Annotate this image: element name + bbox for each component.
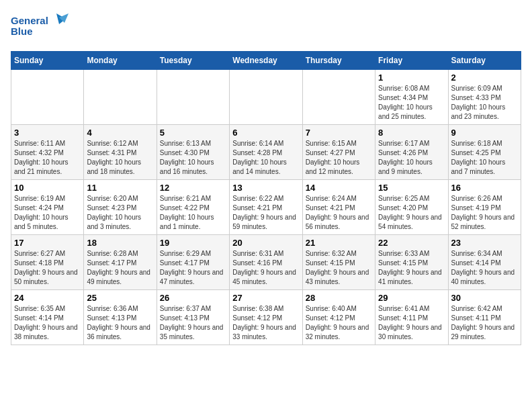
calendar-cell: 9Sunrise: 6:18 AM Sunset: 4:25 PM Daylig… xyxy=(448,125,521,180)
calendar-cell: 25Sunrise: 6:36 AM Sunset: 4:13 PM Dayli… xyxy=(84,290,157,345)
day-number: 26 xyxy=(160,293,226,303)
day-info: Sunrise: 6:32 AM Sunset: 4:15 PM Dayligh… xyxy=(306,249,372,287)
logo-svg: General Blue xyxy=(11,11,71,43)
calendar-cell xyxy=(157,70,229,125)
day-info: Sunrise: 6:11 AM Sunset: 4:32 PM Dayligh… xyxy=(14,139,81,177)
day-info: Sunrise: 6:17 AM Sunset: 4:26 PM Dayligh… xyxy=(378,139,445,177)
day-info: Sunrise: 6:33 AM Sunset: 4:15 PM Dayligh… xyxy=(378,249,445,287)
calendar-table: SundayMondayTuesdayWednesdayThursdayFrid… xyxy=(11,51,521,345)
calendar-cell: 10Sunrise: 6:19 AM Sunset: 4:24 PM Dayli… xyxy=(11,180,84,235)
weekday-header: Tuesday xyxy=(157,52,229,70)
calendar-cell: 6Sunrise: 6:14 AM Sunset: 4:28 PM Daylig… xyxy=(230,125,302,180)
day-info: Sunrise: 6:14 AM Sunset: 4:28 PM Dayligh… xyxy=(232,139,299,177)
day-number: 21 xyxy=(306,238,372,248)
weekday-header: Sunday xyxy=(11,52,84,70)
day-number: 2 xyxy=(451,73,518,83)
calendar-cell: 11Sunrise: 6:20 AM Sunset: 4:23 PM Dayli… xyxy=(84,180,157,235)
day-info: Sunrise: 6:34 AM Sunset: 4:14 PM Dayligh… xyxy=(451,249,518,287)
calendar-cell: 23Sunrise: 6:34 AM Sunset: 4:14 PM Dayli… xyxy=(448,235,521,290)
day-info: Sunrise: 6:36 AM Sunset: 4:13 PM Dayligh… xyxy=(87,304,153,342)
header: General Blue xyxy=(11,11,521,43)
day-info: Sunrise: 6:26 AM Sunset: 4:19 PM Dayligh… xyxy=(451,194,518,232)
calendar-cell: 5Sunrise: 6:13 AM Sunset: 4:30 PM Daylig… xyxy=(157,125,229,180)
calendar-cell: 7Sunrise: 6:15 AM Sunset: 4:27 PM Daylig… xyxy=(302,125,375,180)
day-number: 1 xyxy=(378,73,445,83)
svg-text:General: General xyxy=(11,15,48,26)
weekday-header: Wednesday xyxy=(230,52,302,70)
day-info: Sunrise: 6:21 AM Sunset: 4:22 PM Dayligh… xyxy=(160,194,226,232)
calendar-cell: 3Sunrise: 6:11 AM Sunset: 4:32 PM Daylig… xyxy=(11,125,84,180)
day-info: Sunrise: 6:20 AM Sunset: 4:23 PM Dayligh… xyxy=(87,194,153,232)
day-info: Sunrise: 6:37 AM Sunset: 4:13 PM Dayligh… xyxy=(160,304,226,342)
day-info: Sunrise: 6:41 AM Sunset: 4:11 PM Dayligh… xyxy=(378,304,445,342)
calendar-cell: 13Sunrise: 6:22 AM Sunset: 4:21 PM Dayli… xyxy=(230,180,302,235)
weekday-header: Saturday xyxy=(448,52,521,70)
calendar-cell: 24Sunrise: 6:35 AM Sunset: 4:14 PM Dayli… xyxy=(11,290,84,345)
calendar-cell: 27Sunrise: 6:38 AM Sunset: 4:12 PM Dayli… xyxy=(230,290,302,345)
day-number: 6 xyxy=(232,128,299,138)
day-info: Sunrise: 6:19 AM Sunset: 4:24 PM Dayligh… xyxy=(14,194,81,232)
day-info: Sunrise: 6:24 AM Sunset: 4:21 PM Dayligh… xyxy=(306,194,372,232)
day-number: 10 xyxy=(14,183,81,193)
day-info: Sunrise: 6:12 AM Sunset: 4:31 PM Dayligh… xyxy=(87,139,153,177)
day-number: 28 xyxy=(306,293,372,303)
day-info: Sunrise: 6:31 AM Sunset: 4:16 PM Dayligh… xyxy=(232,249,299,287)
calendar-cell: 30Sunrise: 6:42 AM Sunset: 4:11 PM Dayli… xyxy=(448,290,521,345)
day-info: Sunrise: 6:38 AM Sunset: 4:12 PM Dayligh… xyxy=(232,304,299,342)
calendar-cell: 15Sunrise: 6:25 AM Sunset: 4:20 PM Dayli… xyxy=(375,180,448,235)
day-number: 25 xyxy=(87,293,153,303)
weekday-header: Friday xyxy=(375,52,448,70)
day-info: Sunrise: 6:08 AM Sunset: 4:34 PM Dayligh… xyxy=(378,84,445,122)
calendar-cell: 2Sunrise: 6:09 AM Sunset: 4:33 PM Daylig… xyxy=(448,70,521,125)
day-info: Sunrise: 6:25 AM Sunset: 4:20 PM Dayligh… xyxy=(378,194,445,232)
calendar-cell: 18Sunrise: 6:28 AM Sunset: 4:17 PM Dayli… xyxy=(84,235,157,290)
day-number: 14 xyxy=(306,183,372,193)
calendar-week-row: 10Sunrise: 6:19 AM Sunset: 4:24 PM Dayli… xyxy=(11,180,521,235)
calendar-cell xyxy=(84,70,157,125)
day-info: Sunrise: 6:09 AM Sunset: 4:33 PM Dayligh… xyxy=(451,84,518,122)
day-info: Sunrise: 6:13 AM Sunset: 4:30 PM Dayligh… xyxy=(160,139,226,177)
day-number: 30 xyxy=(451,293,518,303)
calendar-cell: 14Sunrise: 6:24 AM Sunset: 4:21 PM Dayli… xyxy=(302,180,375,235)
calendar-cell: 22Sunrise: 6:33 AM Sunset: 4:15 PM Dayli… xyxy=(375,235,448,290)
calendar-cell: 20Sunrise: 6:31 AM Sunset: 4:16 PM Dayli… xyxy=(230,235,302,290)
day-number: 20 xyxy=(232,238,299,248)
weekday-header: Monday xyxy=(84,52,157,70)
day-number: 5 xyxy=(160,128,226,138)
calendar-cell xyxy=(11,70,84,125)
day-number: 16 xyxy=(451,183,518,193)
day-info: Sunrise: 6:40 AM Sunset: 4:12 PM Dayligh… xyxy=(306,304,372,342)
calendar-cell xyxy=(302,70,375,125)
day-number: 17 xyxy=(14,238,81,248)
day-info: Sunrise: 6:22 AM Sunset: 4:21 PM Dayligh… xyxy=(232,194,299,232)
day-info: Sunrise: 6:28 AM Sunset: 4:17 PM Dayligh… xyxy=(87,249,153,287)
calendar-cell: 28Sunrise: 6:40 AM Sunset: 4:12 PM Dayli… xyxy=(302,290,375,345)
day-number: 29 xyxy=(378,293,445,303)
weekday-header-row: SundayMondayTuesdayWednesdayThursdayFrid… xyxy=(11,52,521,70)
day-info: Sunrise: 6:42 AM Sunset: 4:11 PM Dayligh… xyxy=(451,304,518,342)
calendar-cell: 29Sunrise: 6:41 AM Sunset: 4:11 PM Dayli… xyxy=(375,290,448,345)
calendar-week-row: 3Sunrise: 6:11 AM Sunset: 4:32 PM Daylig… xyxy=(11,125,521,180)
calendar-week-row: 17Sunrise: 6:27 AM Sunset: 4:18 PM Dayli… xyxy=(11,235,521,290)
day-info: Sunrise: 6:15 AM Sunset: 4:27 PM Dayligh… xyxy=(306,139,372,177)
logo: General Blue xyxy=(11,11,71,43)
day-number: 11 xyxy=(87,183,153,193)
calendar-cell: 17Sunrise: 6:27 AM Sunset: 4:18 PM Dayli… xyxy=(11,235,84,290)
day-number: 9 xyxy=(451,128,518,138)
calendar-cell: 19Sunrise: 6:29 AM Sunset: 4:17 PM Dayli… xyxy=(157,235,229,290)
day-number: 22 xyxy=(378,238,445,248)
day-number: 19 xyxy=(160,238,226,248)
calendar-cell: 21Sunrise: 6:32 AM Sunset: 4:15 PM Dayli… xyxy=(302,235,375,290)
day-number: 18 xyxy=(87,238,153,248)
day-number: 4 xyxy=(87,128,153,138)
svg-text:Blue: Blue xyxy=(11,26,33,37)
calendar-week-row: 1Sunrise: 6:08 AM Sunset: 4:34 PM Daylig… xyxy=(11,70,521,125)
calendar-cell: 12Sunrise: 6:21 AM Sunset: 4:22 PM Dayli… xyxy=(157,180,229,235)
calendar-week-row: 24Sunrise: 6:35 AM Sunset: 4:14 PM Dayli… xyxy=(11,290,521,345)
calendar-cell: 16Sunrise: 6:26 AM Sunset: 4:19 PM Dayli… xyxy=(448,180,521,235)
calendar-cell xyxy=(230,70,302,125)
day-number: 23 xyxy=(451,238,518,248)
day-number: 24 xyxy=(14,293,81,303)
day-number: 12 xyxy=(160,183,226,193)
calendar-cell: 8Sunrise: 6:17 AM Sunset: 4:26 PM Daylig… xyxy=(375,125,448,180)
